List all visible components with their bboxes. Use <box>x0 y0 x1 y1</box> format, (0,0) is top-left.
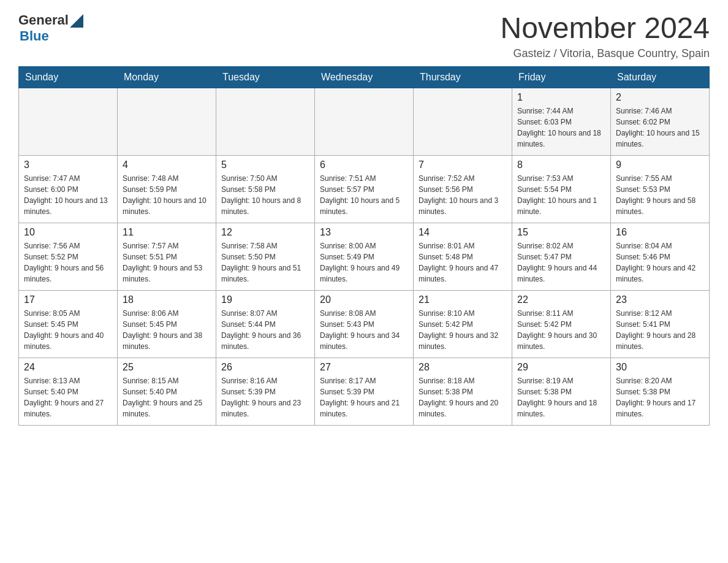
day-number: 6 <box>320 159 408 170</box>
calendar-cell: 11Sunrise: 7:57 AM Sunset: 5:51 PM Dayli… <box>118 223 216 290</box>
day-info: Sunrise: 8:06 AM Sunset: 5:45 PM Dayligh… <box>123 308 211 352</box>
calendar-cell: 20Sunrise: 8:08 AM Sunset: 5:43 PM Dayli… <box>315 290 414 358</box>
day-number: 22 <box>517 294 605 305</box>
day-info: Sunrise: 8:20 AM Sunset: 5:38 PM Dayligh… <box>616 375 704 419</box>
weekday-header: Saturday <box>611 66 710 88</box>
day-number: 28 <box>419 362 507 373</box>
calendar-week-row: 3Sunrise: 7:47 AM Sunset: 6:00 PM Daylig… <box>19 155 710 223</box>
day-info: Sunrise: 8:12 AM Sunset: 5:41 PM Dayligh… <box>616 308 704 352</box>
day-number: 20 <box>320 294 408 305</box>
day-info: Sunrise: 7:51 AM Sunset: 5:57 PM Dayligh… <box>320 173 408 217</box>
calendar-cell: 18Sunrise: 8:06 AM Sunset: 5:45 PM Dayli… <box>118 290 216 358</box>
day-info: Sunrise: 8:04 AM Sunset: 5:46 PM Dayligh… <box>616 240 704 285</box>
day-number: 23 <box>616 294 704 305</box>
calendar-cell: 25Sunrise: 8:15 AM Sunset: 5:40 PM Dayli… <box>118 358 216 425</box>
day-number: 13 <box>320 227 408 238</box>
day-info: Sunrise: 8:02 AM Sunset: 5:47 PM Dayligh… <box>517 240 605 285</box>
day-info: Sunrise: 8:11 AM Sunset: 5:42 PM Dayligh… <box>517 308 605 352</box>
day-info: Sunrise: 8:01 AM Sunset: 5:48 PM Dayligh… <box>419 240 507 285</box>
day-number: 3 <box>24 159 112 170</box>
day-info: Sunrise: 7:53 AM Sunset: 5:54 PM Dayligh… <box>517 173 605 217</box>
logo-triangle-icon <box>70 14 83 28</box>
calendar-cell: 7Sunrise: 7:52 AM Sunset: 5:56 PM Daylig… <box>414 155 512 223</box>
day-number: 1 <box>517 92 605 103</box>
calendar-week-row: 1Sunrise: 7:44 AM Sunset: 6:03 PM Daylig… <box>19 88 710 155</box>
calendar-cell: 9Sunrise: 7:55 AM Sunset: 5:53 PM Daylig… <box>611 155 710 223</box>
calendar-cell: 8Sunrise: 7:53 AM Sunset: 5:54 PM Daylig… <box>512 155 611 223</box>
day-info: Sunrise: 8:08 AM Sunset: 5:43 PM Dayligh… <box>320 308 408 352</box>
weekday-header: Friday <box>512 66 611 88</box>
day-info: Sunrise: 7:52 AM Sunset: 5:56 PM Dayligh… <box>419 173 507 217</box>
day-number: 29 <box>517 362 605 373</box>
calendar-cell: 5Sunrise: 7:50 AM Sunset: 5:58 PM Daylig… <box>216 155 315 223</box>
calendar-cell: 27Sunrise: 8:17 AM Sunset: 5:39 PM Dayli… <box>315 358 414 425</box>
calendar-cell: 30Sunrise: 8:20 AM Sunset: 5:38 PM Dayli… <box>611 358 710 425</box>
calendar-cell: 1Sunrise: 7:44 AM Sunset: 6:03 PM Daylig… <box>512 88 611 155</box>
day-info: Sunrise: 7:50 AM Sunset: 5:58 PM Dayligh… <box>221 173 309 217</box>
day-number: 26 <box>221 362 309 373</box>
day-number: 30 <box>616 362 704 373</box>
calendar-cell: 29Sunrise: 8:19 AM Sunset: 5:38 PM Dayli… <box>512 358 611 425</box>
weekday-header: Wednesday <box>315 66 414 88</box>
calendar-cell: 24Sunrise: 8:13 AM Sunset: 5:40 PM Dayli… <box>19 358 118 425</box>
calendar-cell: 12Sunrise: 7:58 AM Sunset: 5:50 PM Dayli… <box>216 223 315 290</box>
page-header: General Blue November 2024 Gasteiz / Vit… <box>18 12 710 60</box>
day-number: 18 <box>123 294 211 305</box>
day-number: 5 <box>221 159 309 170</box>
day-info: Sunrise: 8:16 AM Sunset: 5:39 PM Dayligh… <box>221 375 309 419</box>
weekday-header: Thursday <box>414 66 512 88</box>
day-number: 15 <box>517 227 605 238</box>
day-info: Sunrise: 8:19 AM Sunset: 5:38 PM Dayligh… <box>517 375 605 419</box>
day-number: 24 <box>24 362 112 373</box>
day-number: 21 <box>419 294 507 305</box>
calendar-cell: 14Sunrise: 8:01 AM Sunset: 5:48 PM Dayli… <box>414 223 512 290</box>
calendar-cell: 21Sunrise: 8:10 AM Sunset: 5:42 PM Dayli… <box>414 290 512 358</box>
day-number: 27 <box>320 362 408 373</box>
svg-marker-0 <box>70 14 83 28</box>
day-number: 4 <box>123 159 211 170</box>
calendar-cell: 2Sunrise: 7:46 AM Sunset: 6:02 PM Daylig… <box>611 88 710 155</box>
logo-general-text: General <box>18 12 69 28</box>
day-number: 12 <box>221 227 309 238</box>
day-number: 17 <box>24 294 112 305</box>
day-number: 16 <box>616 227 704 238</box>
calendar-cell <box>216 88 315 155</box>
calendar-cell: 3Sunrise: 7:47 AM Sunset: 6:00 PM Daylig… <box>19 155 118 223</box>
day-info: Sunrise: 8:13 AM Sunset: 5:40 PM Dayligh… <box>24 375 112 419</box>
weekday-header: Tuesday <box>216 66 315 88</box>
day-number: 25 <box>123 362 211 373</box>
calendar-table: SundayMondayTuesdayWednesdayThursdayFrid… <box>18 66 710 426</box>
calendar-week-row: 10Sunrise: 7:56 AM Sunset: 5:52 PM Dayli… <box>19 223 710 290</box>
calendar-cell: 13Sunrise: 8:00 AM Sunset: 5:49 PM Dayli… <box>315 223 414 290</box>
day-number: 19 <box>221 294 309 305</box>
day-info: Sunrise: 8:18 AM Sunset: 5:38 PM Dayligh… <box>419 375 507 419</box>
day-info: Sunrise: 8:05 AM Sunset: 5:45 PM Dayligh… <box>24 308 112 352</box>
day-number: 2 <box>616 92 704 103</box>
day-info: Sunrise: 7:55 AM Sunset: 5:53 PM Dayligh… <box>616 173 704 217</box>
day-number: 11 <box>123 227 211 238</box>
month-title: November 2024 <box>500 12 710 45</box>
day-info: Sunrise: 7:44 AM Sunset: 6:03 PM Dayligh… <box>517 105 605 150</box>
calendar-cell: 16Sunrise: 8:04 AM Sunset: 5:46 PM Dayli… <box>611 223 710 290</box>
calendar-week-row: 24Sunrise: 8:13 AM Sunset: 5:40 PM Dayli… <box>19 358 710 425</box>
calendar-cell <box>118 88 216 155</box>
calendar-cell: 15Sunrise: 8:02 AM Sunset: 5:47 PM Dayli… <box>512 223 611 290</box>
calendar-cell: 19Sunrise: 8:07 AM Sunset: 5:44 PM Dayli… <box>216 290 315 358</box>
day-number: 9 <box>616 159 704 170</box>
weekday-header: Monday <box>118 66 216 88</box>
calendar-cell <box>414 88 512 155</box>
day-info: Sunrise: 7:57 AM Sunset: 5:51 PM Dayligh… <box>123 240 211 285</box>
calendar-cell: 26Sunrise: 8:16 AM Sunset: 5:39 PM Dayli… <box>216 358 315 425</box>
title-section: November 2024 Gasteiz / Vitoria, Basque … <box>500 12 710 60</box>
day-info: Sunrise: 7:47 AM Sunset: 6:00 PM Dayligh… <box>24 173 112 217</box>
calendar-cell: 22Sunrise: 8:11 AM Sunset: 5:42 PM Dayli… <box>512 290 611 358</box>
day-info: Sunrise: 7:48 AM Sunset: 5:59 PM Dayligh… <box>123 173 211 217</box>
weekday-header: Sunday <box>19 66 118 88</box>
day-info: Sunrise: 7:58 AM Sunset: 5:50 PM Dayligh… <box>221 240 309 285</box>
calendar-cell: 10Sunrise: 7:56 AM Sunset: 5:52 PM Dayli… <box>19 223 118 290</box>
calendar-cell: 4Sunrise: 7:48 AM Sunset: 5:59 PM Daylig… <box>118 155 216 223</box>
location-title: Gasteiz / Vitoria, Basque Country, Spain <box>500 47 710 60</box>
calendar-cell: 17Sunrise: 8:05 AM Sunset: 5:45 PM Dayli… <box>19 290 118 358</box>
calendar-header-row: SundayMondayTuesdayWednesdayThursdayFrid… <box>19 66 710 88</box>
day-info: Sunrise: 8:15 AM Sunset: 5:40 PM Dayligh… <box>123 375 211 419</box>
